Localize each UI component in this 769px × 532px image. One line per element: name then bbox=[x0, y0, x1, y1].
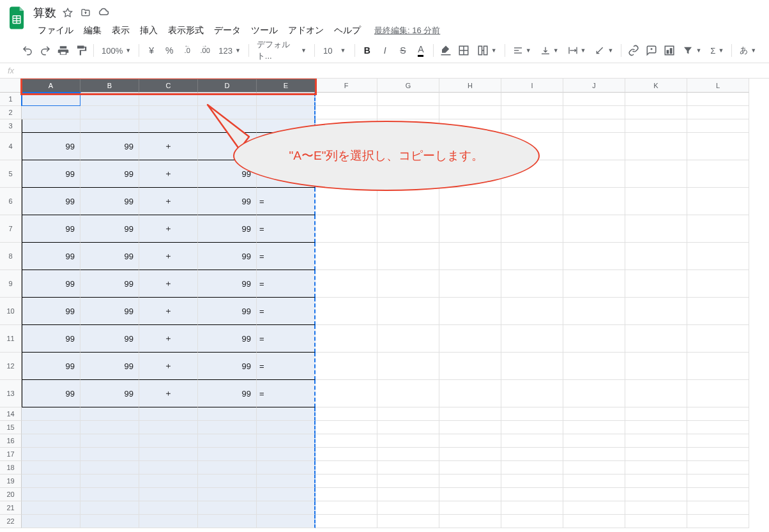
cell-F17[interactable] bbox=[316, 448, 377, 461]
cell-C15[interactable] bbox=[139, 421, 198, 434]
cell-E10[interactable]: = bbox=[257, 298, 316, 325]
cell-F1[interactable] bbox=[316, 93, 377, 106]
row-header-19[interactable]: 19 bbox=[0, 475, 22, 488]
undo-button[interactable] bbox=[19, 42, 36, 59]
cell-H7[interactable] bbox=[439, 215, 501, 243]
currency-button[interactable]: ¥ bbox=[143, 42, 160, 59]
cell-J5[interactable] bbox=[563, 160, 625, 188]
select-all-corner[interactable] bbox=[0, 79, 22, 93]
row-header-9[interactable]: 9 bbox=[0, 270, 22, 298]
cell-H9[interactable] bbox=[439, 270, 501, 298]
cell-F12[interactable] bbox=[316, 353, 377, 380]
cell-K10[interactable] bbox=[625, 298, 687, 325]
cell-G18[interactable] bbox=[377, 461, 439, 475]
cell-F9[interactable] bbox=[316, 270, 377, 298]
cell-A9[interactable]: 99 bbox=[22, 270, 80, 298]
cell-E21[interactable] bbox=[257, 501, 316, 515]
cell-K2[interactable] bbox=[625, 106, 687, 119]
row-header-18[interactable]: 18 bbox=[0, 461, 22, 475]
last-edit[interactable]: 最終編集: 16 分前 bbox=[374, 25, 440, 36]
cell-L1[interactable] bbox=[687, 93, 749, 106]
cell-E3[interactable] bbox=[257, 119, 316, 133]
row-header-12[interactable]: 12 bbox=[0, 353, 22, 380]
comment-button[interactable] bbox=[643, 42, 660, 59]
cell-J14[interactable] bbox=[563, 407, 625, 421]
cell-H21[interactable] bbox=[439, 501, 501, 515]
cell-I4[interactable] bbox=[501, 133, 563, 160]
cell-L3[interactable] bbox=[687, 119, 749, 133]
cell-C22[interactable] bbox=[139, 515, 198, 528]
cell-D8[interactable]: 99 bbox=[198, 243, 257, 270]
cell-J6[interactable] bbox=[563, 188, 625, 215]
col-header-B[interactable]: B bbox=[80, 79, 139, 93]
cell-H1[interactable] bbox=[439, 93, 501, 106]
cell-K18[interactable] bbox=[625, 461, 687, 475]
cell-F20[interactable] bbox=[316, 488, 377, 501]
cell-G12[interactable] bbox=[377, 353, 439, 380]
cell-G9[interactable] bbox=[377, 270, 439, 298]
cell-L19[interactable] bbox=[687, 475, 749, 488]
cell-D9[interactable]: 99 bbox=[198, 270, 257, 298]
cell-B10[interactable]: 99 bbox=[80, 298, 139, 325]
font-select[interactable]: デフォルト... ▼ bbox=[253, 42, 310, 59]
cell-C16[interactable] bbox=[139, 434, 198, 448]
cell-J15[interactable] bbox=[563, 421, 625, 434]
cell-K20[interactable] bbox=[625, 488, 687, 501]
cell-L15[interactable] bbox=[687, 421, 749, 434]
cell-F11[interactable] bbox=[316, 325, 377, 353]
cell-L8[interactable] bbox=[687, 243, 749, 270]
cell-B2[interactable] bbox=[80, 106, 139, 119]
wrap-button[interactable]: ▼ bbox=[564, 42, 590, 59]
cell-D21[interactable] bbox=[198, 501, 257, 515]
cell-B20[interactable] bbox=[80, 488, 139, 501]
cell-B13[interactable]: 99 bbox=[80, 380, 139, 407]
cell-B16[interactable] bbox=[80, 434, 139, 448]
row-header-16[interactable]: 16 bbox=[0, 434, 22, 448]
cell-H20[interactable] bbox=[439, 488, 501, 501]
col-header-E[interactable]: E bbox=[257, 79, 316, 93]
cell-G3[interactable] bbox=[377, 119, 439, 133]
cell-G16[interactable] bbox=[377, 434, 439, 448]
cell-K13[interactable] bbox=[625, 380, 687, 407]
cell-K5[interactable] bbox=[625, 160, 687, 188]
cell-D7[interactable]: 99 bbox=[198, 215, 257, 243]
row-header-8[interactable]: 8 bbox=[0, 243, 22, 270]
cell-C1[interactable] bbox=[139, 93, 198, 106]
cell-E17[interactable] bbox=[257, 448, 316, 461]
cell-L21[interactable] bbox=[687, 501, 749, 515]
cell-J10[interactable] bbox=[563, 298, 625, 325]
cell-J21[interactable] bbox=[563, 501, 625, 515]
cell-I9[interactable] bbox=[501, 270, 563, 298]
cell-G8[interactable] bbox=[377, 243, 439, 270]
cell-H13[interactable] bbox=[439, 380, 501, 407]
cell-C21[interactable] bbox=[139, 501, 198, 515]
cell-G1[interactable] bbox=[377, 93, 439, 106]
cell-G6[interactable] bbox=[377, 188, 439, 215]
cell-A13[interactable]: 99 bbox=[22, 380, 80, 407]
cell-A16[interactable] bbox=[22, 434, 80, 448]
cell-I15[interactable] bbox=[501, 421, 563, 434]
cell-K17[interactable] bbox=[625, 448, 687, 461]
cell-D14[interactable] bbox=[198, 407, 257, 421]
cell-H12[interactable] bbox=[439, 353, 501, 380]
cell-F22[interactable] bbox=[316, 515, 377, 528]
cell-E9[interactable]: = bbox=[257, 270, 316, 298]
cell-K8[interactable] bbox=[625, 243, 687, 270]
cell-C7[interactable]: ＋ bbox=[139, 215, 198, 243]
cell-C4[interactable]: ＋ bbox=[139, 133, 198, 160]
paint-format-button[interactable] bbox=[73, 42, 89, 59]
cell-K6[interactable] bbox=[625, 188, 687, 215]
more-formats-button[interactable]: 123▼ bbox=[215, 42, 245, 59]
cell-H15[interactable] bbox=[439, 421, 501, 434]
col-header-K[interactable]: K bbox=[625, 79, 687, 93]
row-header-14[interactable]: 14 bbox=[0, 407, 22, 421]
cell-C17[interactable] bbox=[139, 448, 198, 461]
cell-L14[interactable] bbox=[687, 407, 749, 421]
merge-button[interactable]: ▼ bbox=[473, 42, 501, 59]
col-header-L[interactable]: L bbox=[687, 79, 749, 93]
cell-F2[interactable] bbox=[316, 106, 377, 119]
cell-J2[interactable] bbox=[563, 106, 625, 119]
cell-B14[interactable] bbox=[80, 407, 139, 421]
cell-K3[interactable] bbox=[625, 119, 687, 133]
cell-A5[interactable]: 99 bbox=[22, 160, 80, 188]
